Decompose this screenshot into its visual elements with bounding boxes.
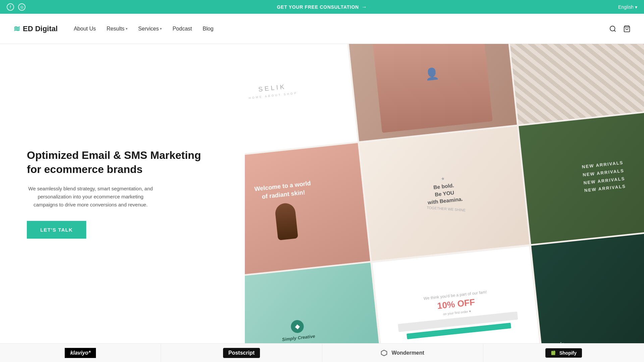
- services-chevron: ▾: [160, 27, 162, 31]
- collage-grid: selik HOMEABOUTSHOP 👤 Welcome to a world…: [245, 44, 644, 343]
- klaviyo-logo: klaviyo*: [65, 348, 96, 358]
- logo-icon: ≋: [13, 24, 20, 34]
- collage-discount: We think you'd be a part of our fam! 10%…: [372, 246, 542, 343]
- hero-right: selik HOMEABOUTSHOP 👤 Welcome to a world…: [245, 44, 644, 343]
- nav-links: About Us Results ▾ Services ▾ Podcast Bl…: [74, 26, 213, 32]
- collage-striped: [506, 44, 644, 124]
- lang-chevron: ▾: [635, 4, 637, 10]
- hero-cta-button[interactable]: LET'S TALK: [27, 221, 86, 239]
- arrivals-text: NEW ARRIVALSNEW ARRIVALSNEW ARRIVALSNEW …: [581, 159, 626, 195]
- shopify-logo: Shopify: [545, 348, 582, 358]
- facebook-icon[interactable]: f: [7, 3, 14, 11]
- svg-marker-3: [381, 350, 387, 356]
- beamina-text: Be bold.Be YOUwith Beamina.: [426, 181, 463, 206]
- lang-label: English: [618, 4, 634, 10]
- partner-shopify: Shopify: [483, 344, 644, 362]
- partners-bar: klaviyo* Postscript Wonderment Shopify: [0, 343, 644, 362]
- wonderment-icon: [381, 350, 387, 356]
- partner-wonderment: Wonderment: [322, 344, 483, 362]
- nav-about[interactable]: About Us: [74, 26, 96, 32]
- wonderment-logo: Wonderment: [381, 350, 424, 356]
- collage-arrivals: NEW ARRIVALSNEW ARRIVALSNEW ARRIVALSNEW …: [519, 110, 644, 244]
- postscript-logo: Postscript: [223, 348, 260, 358]
- navbar: ≋ ED Digital About Us Results ▾ Services…: [0, 14, 644, 44]
- navbar-right: [609, 25, 631, 33]
- social-links: f ◎: [7, 3, 25, 11]
- search-icon: [609, 25, 616, 33]
- instagram-icon[interactable]: ◎: [18, 3, 25, 11]
- language-selector[interactable]: English ▾: [618, 4, 637, 10]
- star-icon: ★: [440, 176, 445, 182]
- now-text: Now isyour time.: [547, 339, 574, 343]
- collage-teal: ◆ Simply Creative: [245, 263, 383, 343]
- partner-klaviyo: klaviyo*: [0, 344, 161, 362]
- banner-cta-text: GET YOUR FREE CONSULTATION: [277, 4, 359, 10]
- collage-dark: Now isyour time.: [531, 229, 644, 343]
- banner-arrow: →: [362, 4, 367, 10]
- together-text: TOGETHER WE SHINE: [426, 206, 466, 213]
- banner-cta[interactable]: GET YOUR FREE CONSULTATION →: [277, 4, 367, 10]
- brand-icon: ◆: [290, 319, 304, 333]
- nav-services[interactable]: Services ▾: [138, 26, 162, 32]
- hero-section: Optimized Email & SMS Marketing for ecom…: [0, 44, 644, 343]
- shopify-bag-icon: [551, 350, 556, 356]
- selik-nav: HOMEABOUTSHOP: [249, 92, 298, 100]
- collage-selik: selik HOMEABOUTSHOP: [245, 44, 358, 158]
- collage-beamina: ★ Be bold.Be YOUwith Beamina. TOGETHER W…: [359, 126, 529, 261]
- logo[interactable]: ≋ ED Digital: [13, 24, 58, 34]
- top-banner: f ◎ GET YOUR FREE CONSULTATION → English…: [0, 0, 644, 14]
- svg-line-1: [614, 30, 615, 32]
- cart-button[interactable]: [623, 25, 631, 33]
- collage-portrait: 👤: [347, 44, 517, 141]
- discount-sub: on your first order ♥: [443, 309, 471, 316]
- discount-pct: 10% OFF: [437, 298, 475, 310]
- partner-postscript: Postscript: [161, 344, 322, 362]
- results-chevron: ▾: [126, 27, 127, 31]
- simply-text: Simply Creative: [282, 334, 315, 342]
- product-bottle: [274, 202, 298, 240]
- selik-logo: selik: [258, 83, 286, 93]
- cart-icon: [623, 25, 631, 33]
- collage-skin: Welcome to a worldof radiant skin!: [245, 143, 370, 278]
- nav-blog[interactable]: Blog: [203, 26, 213, 32]
- navbar-left: ≋ ED Digital About Us Results ▾ Services…: [13, 24, 213, 34]
- hero-left: Optimized Email & SMS Marketing for ecom…: [0, 44, 245, 343]
- nav-results[interactable]: Results ▾: [107, 26, 127, 32]
- search-button[interactable]: [609, 25, 616, 33]
- hero-title: Optimized Email & SMS Marketing for ecom…: [27, 148, 218, 176]
- nav-podcast[interactable]: Podcast: [172, 26, 192, 32]
- hero-subtitle: We seamlessly blend strategy, smart segm…: [27, 185, 154, 209]
- logo-text: ED Digital: [23, 24, 58, 33]
- svg-point-0: [610, 26, 615, 31]
- skin-text: Welcome to a worldof radiant skin!: [254, 179, 312, 201]
